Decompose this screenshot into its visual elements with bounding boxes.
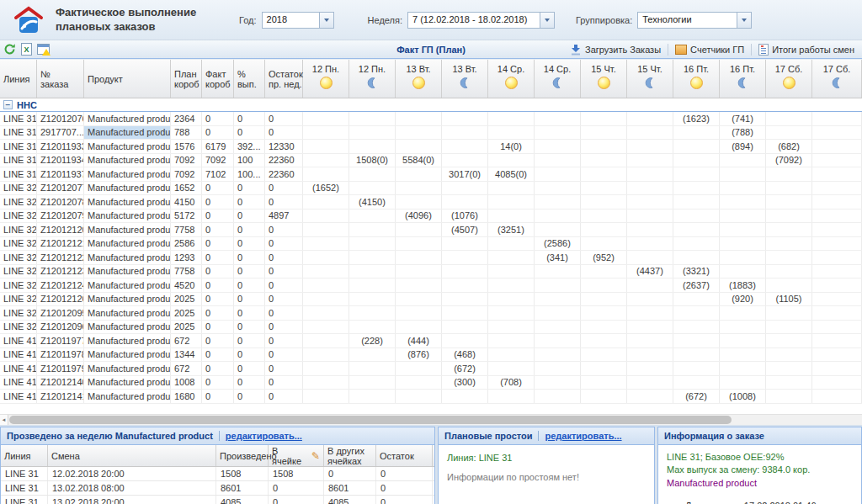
cell-fact[interactable]: 0	[202, 334, 234, 347]
cell-pct[interactable]: 0	[234, 279, 265, 292]
cell-plan[interactable]: 2025	[171, 321, 202, 334]
day-cell[interactable]	[488, 182, 535, 195]
day-cell[interactable]	[396, 265, 442, 279]
day-cell[interactable]	[488, 334, 535, 347]
day-cell[interactable]	[720, 237, 766, 251]
cell-pct[interactable]: 0	[234, 251, 265, 264]
day-cell[interactable]	[720, 251, 766, 264]
day-cell[interactable]	[766, 390, 812, 403]
day-cell[interactable]	[349, 126, 396, 140]
day-cell[interactable]	[396, 251, 442, 264]
cell-fact[interactable]: 0	[202, 306, 234, 320]
cell-pct[interactable]: 0	[234, 182, 265, 195]
cell-pct[interactable]: 0	[234, 376, 265, 390]
cell-order[interactable]: Z12011937	[37, 167, 84, 181]
day-cell[interactable]	[396, 279, 442, 292]
day-cell[interactable]	[627, 182, 673, 195]
day-cell[interactable]	[535, 321, 581, 334]
cell-product[interactable]: Manufactured product	[84, 348, 171, 362]
day-cell[interactable]	[349, 376, 396, 390]
day-cell[interactable]	[303, 210, 349, 223]
cell-product[interactable]: Manufactured product	[84, 140, 171, 153]
cell-plan[interactable]: 2586	[171, 237, 202, 251]
day-cell[interactable]	[535, 279, 581, 292]
day-cell[interactable]	[766, 112, 812, 125]
cell-rest[interactable]: 0	[265, 223, 303, 236]
day-cell[interactable]: (3251)	[488, 223, 535, 236]
cell-line[interactable]: LINE 31	[0, 167, 37, 181]
day-cell[interactable]: (1076)	[442, 210, 488, 223]
day-cell[interactable]	[720, 334, 766, 347]
day-cell[interactable]	[488, 321, 535, 334]
cell-line[interactable]: LINE 32	[0, 195, 37, 209]
day-cell[interactable]	[812, 237, 862, 251]
day-cell[interactable]: 14(0)	[488, 140, 535, 153]
cell-fact[interactable]: 0	[202, 251, 234, 264]
year-select[interactable]: 2018	[262, 12, 334, 29]
cell-pct[interactable]: 0	[234, 348, 265, 362]
day-cell[interactable]	[349, 251, 396, 264]
day-cell[interactable]	[303, 348, 349, 362]
day-cell[interactable]	[766, 126, 812, 140]
day-cell[interactable]	[535, 265, 581, 279]
refresh-icon[interactable]	[3, 43, 16, 56]
day-cell[interactable]	[349, 265, 396, 279]
day-cell[interactable]	[766, 321, 812, 334]
day-cell[interactable]	[673, 251, 720, 264]
cell-rest[interactable]: 0	[265, 306, 303, 320]
day-cell[interactable]	[349, 348, 396, 362]
cell-order[interactable]: Z12012078	[37, 195, 84, 209]
cell-order[interactable]: Z12012124	[37, 279, 84, 292]
cell-fact[interactable]: 0	[202, 390, 234, 403]
cell-product[interactable]: Manufactured product	[84, 223, 171, 236]
day-cell[interactable]	[396, 306, 442, 320]
cell-rest[interactable]: 4897	[265, 210, 303, 223]
day-cell[interactable]	[627, 376, 673, 390]
day-cell[interactable]	[303, 265, 349, 279]
produced-column-header[interactable]: Линия	[1, 445, 48, 466]
day-cell[interactable]	[627, 348, 673, 362]
produced-column-header[interactable]: Остаток	[376, 445, 433, 466]
day-cell[interactable]	[442, 112, 488, 125]
day-cell[interactable]	[349, 167, 396, 181]
cell-fact[interactable]: 0	[202, 195, 234, 209]
cell-order[interactable]: Z12012141	[37, 390, 84, 403]
cell-order[interactable]: Z12012076	[37, 112, 84, 125]
day-cell[interactable]	[673, 321, 720, 334]
cell-line[interactable]: LINE 31	[0, 154, 37, 167]
day-cell[interactable]	[720, 265, 766, 279]
cell-product[interactable]: Manufactured product	[84, 210, 171, 223]
day-cell[interactable]	[812, 306, 862, 320]
day-cell[interactable]	[442, 279, 488, 292]
day-cell[interactable]	[766, 348, 812, 362]
cell-plan[interactable]: 2025	[171, 306, 202, 320]
cell-rest[interactable]: 0	[265, 182, 303, 195]
day-cell[interactable]	[303, 321, 349, 334]
day-cell[interactable]	[581, 126, 627, 140]
day-cell[interactable]	[396, 321, 442, 334]
column-header[interactable]: План короб	[171, 60, 202, 98]
day-cell[interactable]: (468)	[442, 348, 488, 362]
cell-order[interactable]: Z12011934	[37, 154, 84, 167]
cell-rest[interactable]: 12330	[265, 140, 303, 153]
day-cell[interactable]	[766, 306, 812, 320]
cell-order[interactable]: Z12011933	[37, 140, 84, 153]
cell-fact[interactable]: 0	[202, 210, 234, 223]
cell-fact[interactable]: 0	[202, 321, 234, 334]
day-cell[interactable]	[812, 390, 862, 403]
day-cell[interactable]: (2637)	[673, 279, 720, 292]
day-cell[interactable]	[442, 334, 488, 347]
day-cell[interactable]	[581, 334, 627, 347]
cell-order[interactable]: Z12012122	[37, 251, 84, 264]
cell-order[interactable]: Z12012095	[37, 306, 84, 320]
day-cell[interactable]	[720, 167, 766, 181]
day-cell[interactable]	[720, 321, 766, 334]
day-cell[interactable]	[581, 348, 627, 362]
day-cell[interactable]	[442, 390, 488, 403]
cell-plan[interactable]: 672	[171, 362, 202, 375]
day-cell[interactable]	[766, 223, 812, 236]
day-cell[interactable]	[303, 306, 349, 320]
cell-line[interactable]: LINE 41	[0, 348, 37, 362]
day-cell[interactable]	[488, 126, 535, 140]
day-cell[interactable]: (876)	[396, 348, 442, 362]
